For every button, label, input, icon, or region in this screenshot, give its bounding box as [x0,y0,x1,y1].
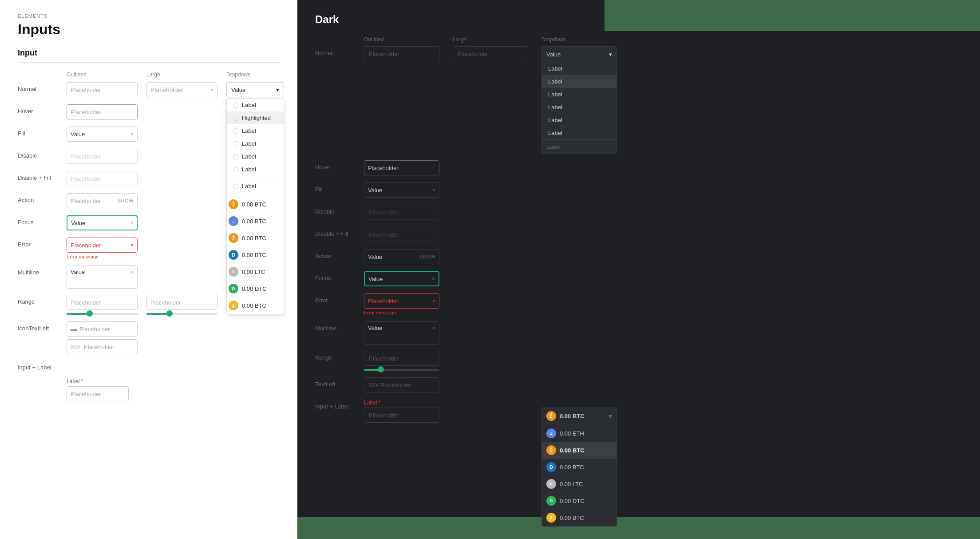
label-input-field[interactable]: Placeholder [67,386,129,401]
dark-focus-input[interactable]: Value × [364,271,439,286]
dark-text-left-input[interactable]: XXX Placeholder [364,377,439,392]
crypto-eth-1[interactable]: Ξ 0.00 BTC [227,213,284,230]
dark-focus-close-icon[interactable]: × [432,276,435,282]
crypto-btc-2[interactable]: ₿ 0.00 BTC [227,230,284,246]
range-fill-2 [146,313,168,315]
dropdown-item-4[interactable]: Label [227,137,284,150]
dark-range-input[interactable]: Placeholder [364,351,439,366]
dark-normal-large-placeholder: Placeholder [458,51,488,57]
radio-6 [233,167,238,172]
dark-error-close-icon[interactable]: × [432,298,435,304]
error-close-icon[interactable]: × [130,242,134,248]
crypto-dtc-1[interactable]: D 0.00 DTC [227,280,284,297]
dark-label-hover: Hover [315,160,364,170]
dark-normal-placeholder: Placeholder [369,51,399,57]
dash-logo-1: D [229,250,238,260]
crypto-ltc-1[interactable]: Ł 0.00 LTC [227,263,284,280]
hover-outlined-input[interactable]: Placeholder [67,104,138,119]
dark-fill-close-icon[interactable]: × [432,187,435,193]
multiline-close-icon[interactable]: × [130,269,134,276]
dark-multiline-input[interactable]: Value × [364,321,439,345]
normal-large-input[interactable]: Placeholder × [146,82,217,98]
crypto-val-4: 0.00 BTC [242,252,266,258]
normal-dropdown-trigger[interactable]: Value ▾ [226,82,284,97]
icon-inp-1[interactable]: ▬ Placeholder [67,321,138,337]
dark-crypto-btc-2[interactable]: ₿ 0.00 BTC [542,442,616,459]
dropdown-item-6[interactable]: Label [227,163,284,176]
dark-crypto-trigger-logo: ₿ [546,411,556,421]
dropdown-item-1[interactable]: Label [227,99,284,111]
fill-close-icon[interactable]: × [130,131,134,137]
dark-crypto-dash[interactable]: D 0.00 BTC [542,459,616,476]
dark-fill-input[interactable]: Value × [364,182,439,198]
label-error: Error [18,238,67,248]
range-thumb-2[interactable] [166,310,173,317]
card-icon: ▬ [71,325,77,333]
hover-placeholder: Placeholder [71,109,134,115]
dark-normal-large[interactable]: Placeholder [453,46,528,61]
dark-action-input[interactable]: Value SHOW [364,249,439,264]
action-outlined-input[interactable]: Placeholder SHOW [67,193,138,208]
dark-crypto-zec[interactable]: Z 0.00 BTC [542,509,616,526]
normal-large-close-icon[interactable]: × [210,87,213,93]
dark-row-error: Error Placeholder × Error message [315,293,962,315]
dropdown-label-6: Label [242,166,256,173]
dark-multiline-close-icon[interactable]: × [432,325,435,331]
dark-dash-value: 0.00 BTC [560,464,584,471]
crypto-zec-1[interactable]: Z 0.00 BTC [227,297,284,314]
dark-crypto-trigger-value: 0.00 BTC [560,413,585,420]
action-show-button[interactable]: SHOW [118,198,134,203]
crypto-val-5: 0.00 LTC [242,269,265,275]
dark-dd-item-5[interactable]: Label [542,114,616,127]
dark-hover-input[interactable]: Placeholder [364,160,439,175]
dark-zec-value: 0.00 BTC [560,515,584,521]
focus-close-icon[interactable]: × [130,220,133,226]
focus-outlined-input[interactable]: Value × [67,215,138,230]
label-input-placeholder: Placeholder [71,391,101,397]
dark-crypto-eth[interactable]: Ξ 0.00 ETH [542,425,616,442]
radio-4 [233,141,238,147]
multiline-input[interactable]: Value × [67,266,138,289]
label-fill: Fill [18,127,67,137]
dropdown-item-3[interactable]: Label [227,124,284,137]
dropdown-label-2: Highlighted [242,115,271,121]
dark-crypto-dtc[interactable]: D 0.00 DTC [542,492,616,509]
dropdown-item-5[interactable]: Label [227,150,284,163]
dark-range-thumb[interactable] [378,366,384,373]
dark-action-show-button[interactable]: SHOW [419,254,435,259]
dark-dd-item-3[interactable]: Label [542,88,616,101]
dark-crypto-chevron: ▾ [609,412,612,420]
dark-label-placeholder: Placeholder [369,412,399,419]
dark-error-input[interactable]: Placeholder × [364,293,439,309]
dark-label-input-field[interactable]: Placeholder [364,408,439,423]
fill-outlined-input[interactable]: Value × [67,127,138,142]
dark-dd-item-1[interactable]: Label [542,62,616,75]
label-icon-text: IconTextLeft [18,321,67,332]
error-outlined-input[interactable]: Placeholder × [67,238,138,253]
dropdown-item-2[interactable]: Highlighted [227,111,284,124]
dark-dropdown-value: Value [546,51,561,58]
elements-label: ELEMENTS [18,13,280,19]
dark-dd-item-2[interactable]: Label [542,75,616,88]
dark-crypto-ltc[interactable]: Ł 0.00 LTC [542,476,616,492]
dark-row-normal: Normal Placeholder Placeholder Value ▾ L… [315,46,962,154]
page-title: Inputs [18,21,280,38]
dark-dd-item-6[interactable]: Label [542,127,616,139]
range-thumb-1[interactable] [87,310,93,317]
label-input-label: Input + Label [18,361,67,371]
icon-inp-2[interactable]: XXX Placeholder [67,339,138,354]
dark-error-placeholder: Placeholder [368,298,431,305]
dark-dropdown-trigger[interactable]: Value ▾ [542,47,616,62]
disable-fill-input: Placeholder [67,171,138,186]
dark-dd-item-4[interactable]: Label [542,101,616,114]
dark-normal-outlined[interactable]: Placeholder [364,46,439,61]
crypto-btc-1[interactable]: ₿ 0.00 BTC [227,196,284,213]
dropdown-item-7[interactable]: Label [227,180,284,193]
range-outlined-input[interactable]: Placeholder [67,295,138,310]
dark-crypto-trigger[interactable]: ₿ 0.00 BTC ▾ [542,407,616,425]
range-large-input[interactable]: Placeholder [146,295,217,310]
range-slider-2 [146,313,217,315]
normal-outlined-input[interactable]: Placeholder [67,82,138,97]
disable-placeholder: Placeholder [71,153,134,160]
crypto-dash-1[interactable]: D 0.00 BTC [227,246,284,263]
